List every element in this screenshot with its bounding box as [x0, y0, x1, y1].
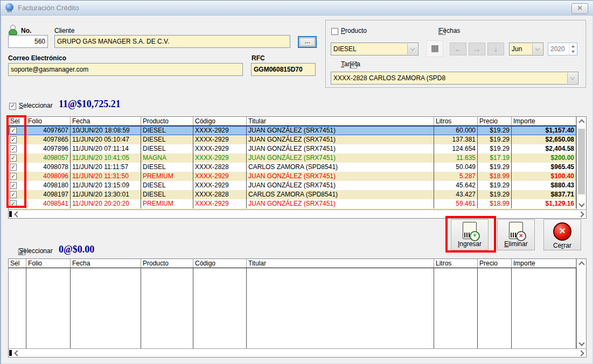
table-row[interactable]: 409818011/JUN/20 13:15:09DIESELXXXX-2929…: [9, 181, 586, 190]
cell-fecha: 11/JUN/20 20:20:20: [71, 199, 141, 208]
producto-dropdown[interactable]: DIESEL: [331, 43, 418, 55]
table-row[interactable]: 409786511/JUN/20 05:10:47DIESELXXXX-2929…: [9, 135, 586, 144]
table-row[interactable]: 409760710/JUN/20 18:08:59DIESELXXXX-2929…: [9, 126, 586, 135]
customer-number-field[interactable]: 560: [8, 35, 48, 48]
column-header-producto[interactable]: Producto: [141, 259, 193, 268]
table-row[interactable]: 409789611/JUN/20 07:11:14DIESELXXXX-2929…: [9, 144, 586, 153]
cell-importe: $965.45: [512, 163, 576, 172]
column-header-folio[interactable]: Folio: [26, 117, 71, 126]
cell-titular: JUAN GONZÁLEZ (SRX7451): [247, 153, 434, 163]
top-summary-total: 11@$10,725.21: [59, 99, 121, 110]
browse-customer-button[interactable]: ...: [298, 36, 317, 48]
invoice-vertical-scrollbar[interactable]: [576, 259, 586, 348]
ingresar-button-label: Ingresar: [451, 240, 488, 248]
row-checkbox[interactable]: [10, 164, 17, 171]
close-icon[interactable]: ✕: [571, 3, 588, 14]
cell-codigo: XXXX-2929: [193, 144, 247, 153]
facturacion-credito-window: Facturación Crédito ✕ No. Cliente 560 GR…: [0, 0, 593, 364]
table-row[interactable]: 409809611/JUN/20 11:31:50PREMIUMXXXX-292…: [9, 172, 586, 181]
cell-producto: DIESEL: [141, 190, 193, 199]
column-header-sel[interactable]: Sel: [9, 117, 26, 126]
column-header-precio[interactable]: Precio: [478, 259, 512, 268]
column-header-litros[interactable]: Litros: [434, 117, 478, 126]
column-header-producto[interactable]: Producto: [141, 117, 193, 126]
column-header-fecha[interactable]: Fecha: [71, 259, 141, 268]
scroll-left-icon[interactable]: [14, 211, 20, 217]
cell-titular: JUAN GONZÁLEZ (SRX7451): [247, 181, 434, 190]
table-row[interactable]: 409819711/JUN/20 13:30:01DIESELXXXX-2828…: [9, 190, 586, 199]
scroll-right-icon[interactable]: [578, 211, 584, 217]
row-checkbox[interactable]: [10, 136, 17, 143]
tarjeta-dropdown[interactable]: XXXX-2828 CARLOS ZAMORA (SPD8: [331, 72, 578, 85]
x-icon: ✕: [516, 231, 526, 241]
cell-fecha: 11/JUN/20 10:41:05: [71, 153, 141, 163]
invoice-horizontal-scrollbar[interactable]: [9, 348, 586, 357]
column-header-litros[interactable]: Litros: [434, 259, 478, 268]
cell-folio: 4097865: [26, 135, 71, 144]
column-header-importe[interactable]: Importe: [512, 117, 576, 126]
scroll-left-icon[interactable]: [14, 350, 20, 356]
row-checkbox[interactable]: [10, 127, 17, 134]
cell-titular: JUAN GONZÁLEZ (SRX7451): [247, 144, 434, 153]
row-checkbox[interactable]: [10, 155, 17, 162]
scroll-down-icon[interactable]: [578, 340, 584, 346]
next-arrow-button[interactable]: →: [469, 43, 485, 55]
empty-column: [193, 268, 247, 348]
chevron-down-icon[interactable]: [567, 73, 577, 83]
column-header-codigo[interactable]: Código: [193, 259, 247, 268]
month-dropdown[interactable]: Jun: [509, 43, 543, 55]
cell-sel: [9, 126, 26, 135]
cell-importe: $2,650.08: [512, 135, 576, 144]
empty-column: [26, 268, 71, 348]
cell-precio: $19.29: [478, 126, 512, 135]
row-checkbox[interactable]: [10, 173, 17, 180]
scrollbar-grip[interactable]: [9, 211, 12, 217]
cell-producto: MAGNA: [141, 153, 193, 163]
column-header-sel[interactable]: Sel: [9, 259, 26, 268]
column-header-codigo[interactable]: Código: [193, 117, 247, 126]
table-row[interactable]: 409854111/JUN/20 20:20:20PREMIUMXXXX-292…: [9, 199, 586, 208]
cell-fecha: 10/JUN/20 18:08:59: [71, 126, 141, 135]
spinner-arrows-icon[interactable]: [569, 44, 576, 54]
chevron-down-icon[interactable]: [532, 44, 542, 54]
correo-label: Correo Electrónico: [8, 54, 66, 62]
year-spinner[interactable]: 2020: [548, 43, 577, 55]
scroll-down-icon[interactable]: [578, 201, 584, 207]
scroll-up-icon[interactable]: [578, 261, 584, 267]
transactions-table: SelFolioFechaProductoCódigoTitularLitros…: [8, 116, 587, 219]
down-arrow-button[interactable]: ↓: [487, 43, 504, 55]
chevron-down-icon[interactable]: [407, 44, 417, 54]
column-header-folio[interactable]: Folio: [26, 259, 71, 268]
table-row[interactable]: 409805711/JUN/20 10:41:05MAGNAXXXX-2929J…: [9, 153, 586, 163]
transactions-vertical-scrollbar[interactable]: [576, 117, 586, 209]
column-header-importe[interactable]: Importe: [512, 259, 576, 268]
table-row[interactable]: 409807811/JUN/20 11:11:57DIESELXXXX-2828…: [9, 163, 586, 172]
window-title: Facturación Crédito: [18, 4, 79, 12]
row-checkbox[interactable]: [10, 191, 17, 198]
column-header-titular[interactable]: Titular: [247, 117, 434, 126]
row-checkbox[interactable]: [10, 145, 17, 152]
select-all-top-checkbox[interactable]: [9, 103, 16, 110]
scroll-right-icon[interactable]: [578, 350, 584, 356]
column-header-precio[interactable]: Precio: [478, 117, 512, 126]
transactions-horizontal-scrollbar[interactable]: [9, 209, 586, 218]
ingresar-button[interactable]: + Ingresar: [451, 219, 489, 250]
customer-name-field[interactable]: GRUPO GAS MANAGER S.A. DE C.V.: [54, 35, 290, 48]
producto-checkbox[interactable]: [331, 28, 338, 35]
prev-arrow-button[interactable]: ←: [450, 43, 466, 55]
cerrar-button[interactable]: ✕ Cerrar: [543, 219, 581, 250]
row-checkbox[interactable]: [10, 200, 17, 207]
scrollbar-grip[interactable]: [9, 350, 12, 356]
row-checkbox[interactable]: [10, 182, 17, 189]
column-header-titular[interactable]: Titular: [247, 259, 434, 268]
rfc-field[interactable]: GGM060815D70: [251, 63, 316, 76]
scrollbar-thumb[interactable]: [578, 129, 585, 194]
stop-button[interactable]: [426, 40, 443, 57]
cerrar-button-label: Cerrar: [544, 242, 581, 249]
filters-groupbox: Producto Fechas DIESEL ← → ↓ Jun 2020 Ta…: [325, 20, 586, 88]
no-label: No.: [21, 27, 31, 34]
email-field[interactable]: soporte@gasmanager.com: [8, 63, 243, 76]
eliminar-button[interactable]: ✕ Eliminar: [497, 219, 535, 250]
scroll-up-icon[interactable]: [578, 119, 584, 125]
column-header-fecha[interactable]: Fecha: [71, 117, 141, 126]
